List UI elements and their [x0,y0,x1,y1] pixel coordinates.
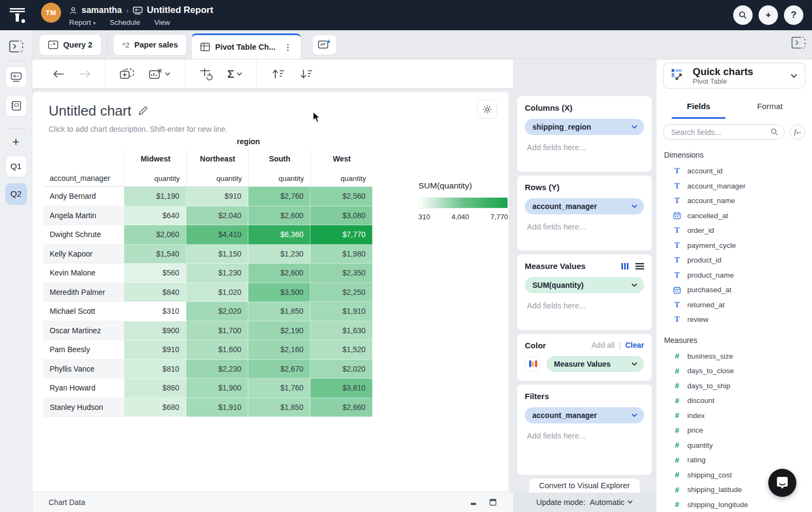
pivot-cell[interactable]: $860 [124,379,186,398]
sidebar-item-q1[interactable]: Q1 [5,156,27,177]
chart-settings-button[interactable] [477,99,497,119]
pivot-cell[interactable]: $1,910 [310,302,373,321]
collapse-right-panel-button[interactable] [791,37,806,51]
pivot-cell[interactable]: $1,850 [248,302,310,321]
pivot-row-label[interactable]: Stanley Hudson [43,398,124,417]
color-field-pill[interactable]: Measure Values [546,356,644,372]
minimize-icon[interactable] [470,498,477,506]
pivot-row-label[interactable]: Kelly Kapoor [43,245,124,264]
sidebar-item-q2[interactable]: Q2 [5,183,27,205]
pivot-cell[interactable]: $1,980 [310,245,373,264]
pivot-cell[interactable]: $1,700 [186,321,248,341]
pivot-cell[interactable]: $2,060 [124,225,186,245]
pivot-cell[interactable]: $2,670 [248,360,310,379]
pivot-column-header[interactable]: Northeastquantity [186,149,248,187]
pivot-row-label[interactable]: Phyllis Vance [43,360,124,379]
field-item[interactable]: purchased_at [663,282,806,298]
pivot-row-label[interactable]: Andy Bernard [43,187,124,206]
chart-data-bar[interactable]: Chart Data [32,491,513,512]
tab-menu-icon[interactable]: ⋮ [283,42,292,52]
pivot-row-label[interactable]: Meredith Palmer [43,283,124,302]
field-item[interactable]: Taccount_id [663,164,806,179]
chart-type-picker[interactable]: Quick charts Pivot Table [663,63,806,89]
pivot-cell[interactable]: $1,150 [186,245,248,264]
pivot-cell[interactable]: $3,500 [248,283,310,302]
update-mode-select[interactable]: Automatic [590,498,632,507]
search-button[interactable] [733,5,753,25]
pivot-cell[interactable]: $1,630 [310,321,373,341]
pivot-cell[interactable]: $2,230 [186,360,248,379]
help-button[interactable]: ? [784,5,803,25]
menu-view[interactable]: View [154,18,170,26]
chart-description-placeholder[interactable]: Click to add chart description. Shift-en… [32,119,509,133]
swap-axes-button[interactable] [199,68,213,80]
field-item[interactable]: Treturned_at [663,298,806,313]
pivot-cell[interactable]: $2,350 [310,264,373,283]
sort-ascending-button[interactable] [271,69,285,79]
pivot-column-header[interactable]: Southquantity [248,149,310,187]
rows-field-pill[interactable]: account_manager [525,198,644,214]
pivot-cell[interactable]: $2,020 [310,360,373,379]
field-item[interactable]: Tproduct_name [663,268,806,283]
app-logo[interactable] [6,4,28,26]
filters-field-pill[interactable]: account_manager [525,407,644,423]
pivot-cell[interactable]: $2,600 [248,264,310,283]
pivot-cell[interactable]: $2,600 [248,206,310,226]
pivot-cell[interactable]: $840 [124,283,186,302]
pivot-cell[interactable]: $910 [186,187,248,206]
breadcrumb-user[interactable]: samantha [82,5,122,15]
pivot-cell[interactable]: $1,020 [186,283,248,302]
redo-button[interactable] [79,70,91,78]
chat-support-button[interactable] [768,469,796,497]
pivot-cell[interactable]: $640 [124,206,186,226]
columns-field-pill[interactable]: shipping_region [525,119,644,135]
field-item[interactable]: #shipping_longitude [663,497,806,512]
tab-format[interactable]: Format [734,98,806,119]
pivot-cell[interactable]: $3,810 [310,379,373,398]
pivot-cell[interactable]: $1,760 [248,379,310,398]
pivot-row-label[interactable]: Angela Martin [43,206,124,226]
pivot-cell[interactable]: $1,850 [248,398,310,417]
new-chart-button[interactable]: + [312,35,337,55]
pivot-row-label[interactable]: Oscar Martinez [43,321,124,341]
pivot-cell[interactable]: $1,600 [186,340,248,360]
pivot-cell[interactable]: $2,040 [186,206,248,226]
pivot-cell[interactable]: $1,230 [248,245,310,264]
remove-column-button[interactable] [148,68,171,80]
field-item[interactable]: #days_to_close [663,363,806,379]
aggregate-button[interactable]: Σ [227,68,242,80]
color-palette-icon[interactable] [525,356,541,372]
sort-descending-button[interactable] [299,69,313,79]
pivot-cell[interactable]: $2,020 [186,302,248,321]
field-item[interactable]: #business_size [663,349,806,364]
field-item[interactable]: #quantity [663,438,806,453]
pivot-cell[interactable]: $2,250 [310,283,373,302]
field-item[interactable]: Tproduct_id [663,253,806,268]
add-query-button[interactable]: + [12,135,19,149]
sidebar-notebook-button[interactable] [5,95,27,117]
pivot-cell[interactable]: $2,760 [248,187,310,206]
field-item[interactable]: Tpayment_cycle [663,238,806,253]
pivot-cell[interactable]: $3,080 [310,206,373,226]
menu-schedule[interactable]: Schedule [110,18,140,26]
pivot-cell[interactable]: $310 [124,302,186,321]
pivot-row-label[interactable]: Pam Beesly [43,340,124,360]
pivot-cell[interactable]: $2,190 [248,321,310,341]
pivot-cell[interactable]: $910 [124,340,186,360]
pivot-cell[interactable]: $6,360 [248,225,310,245]
field-item[interactable]: Treview [663,312,806,327]
add-formula-button[interactable]: fx+ [790,124,806,140]
columns-layout-icon[interactable] [621,262,629,270]
menu-report[interactable]: Report ▾ [69,18,96,26]
color-clear-link[interactable]: Clear [625,341,644,349]
convert-to-visual-explorer-button[interactable]: Convert to Visual Explorer [529,479,640,493]
field-item[interactable]: cancelled_at [663,208,806,224]
pivot-cell[interactable]: $2,660 [310,398,373,417]
pivot-cell[interactable]: $7,770 [310,225,373,245]
field-item[interactable]: #index [663,408,806,423]
field-item[interactable]: #days_to_ship [663,379,806,394]
maximize-icon[interactable] [489,498,497,506]
search-fields-input[interactable] [671,128,770,137]
tab-fields[interactable]: Fields [663,98,734,119]
pivot-row-label[interactable]: Ryan Howard [43,379,124,398]
